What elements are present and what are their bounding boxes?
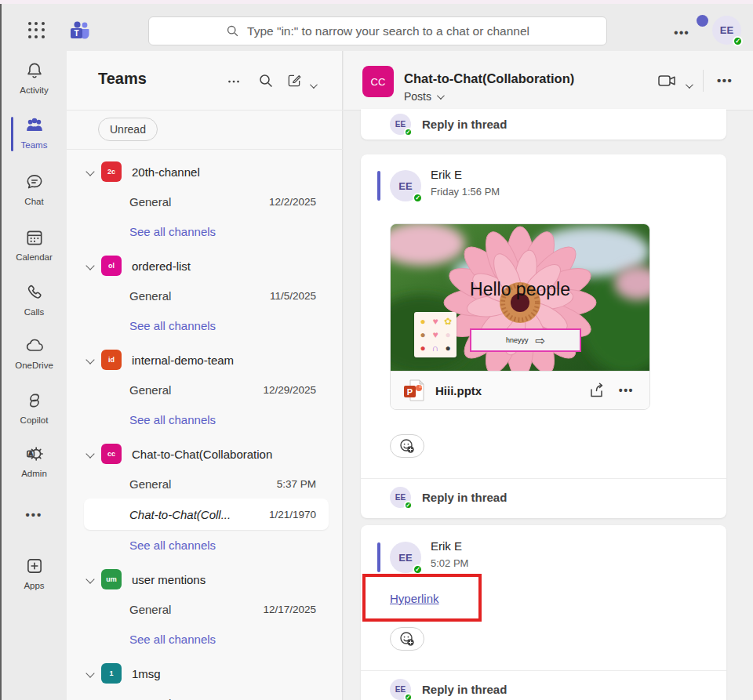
avatar-initials: EE: [398, 552, 412, 564]
see-all-channels-link[interactable]: See all channels: [67, 624, 343, 654]
more-dots-icon: •••: [26, 508, 43, 521]
message-timestamp: 5:02 PM: [431, 557, 468, 569]
channel-row[interactable]: General 12/17/2025: [67, 594, 343, 624]
reply-label: Reply in thread: [422, 491, 507, 504]
team-group: ol ordered-list General 11/5/2025 See al…: [67, 251, 343, 340]
meet-video-icon[interactable]: [657, 72, 678, 89]
avatar-initials: EE: [395, 685, 406, 694]
team-group: 1 1msg General 12/3/2025: [67, 658, 343, 700]
rail-label: Chat: [2, 197, 67, 206]
team-group: um user mentions General 12/17/2025 See …: [67, 564, 343, 654]
compose-chevron-icon[interactable]: [310, 78, 327, 95]
channel-row[interactable]: General 12/2/2025: [67, 187, 343, 216]
search-placeholder: Type "in:" to narrow your search to a ch…: [247, 24, 529, 38]
team-avatar: 2c: [101, 161, 122, 182]
panel-more-icon[interactable]: [225, 73, 242, 90]
team-name: internal-demo-team: [132, 354, 234, 367]
avatar-initials: EE: [395, 120, 406, 129]
message-author-avatar[interactable]: EE ✓: [390, 170, 421, 201]
reply-label: Reply in thread: [422, 118, 507, 131]
phone-icon: [24, 282, 45, 303]
rail-item-admin[interactable]: A Admin: [2, 444, 67, 478]
pptx-slide-preview[interactable]: Hello people ● ♥ ✿ ● ♥ ● ● ∩ ● hneyyy: [391, 224, 649, 371]
reply-in-thread-button[interactable]: EE ✓ Reply in thread: [361, 487, 726, 508]
rail-item-chat[interactable]: Chat: [2, 172, 67, 206]
see-all-channels-link[interactable]: See all channels: [67, 216, 343, 246]
team-avatar: id: [101, 350, 122, 370]
meet-chevron-icon[interactable]: [686, 78, 691, 92]
rail-item-onedrive[interactable]: OneDrive: [2, 335, 67, 370]
teams-app-window: T Type "in:" to narrow your search to a …: [0, 0, 753, 700]
channel-row[interactable]: General 11/5/2025: [67, 281, 343, 310]
attachment-preview-card: Hello people ● ♥ ✿ ● ♥ ● ● ∩ ● hneyyy: [390, 223, 650, 410]
add-reaction-button[interactable]: [390, 434, 424, 458]
presence-available-icon: ✓: [733, 36, 743, 46]
reply-label: Reply in thread: [422, 683, 507, 696]
team-row[interactable]: um user mentions: [67, 564, 343, 594]
reply-avatar: EE ✓: [390, 679, 411, 700]
channel-row-selected[interactable]: Chat-to-Chat(Coll... 1/21/1970: [84, 499, 329, 530]
message-author: Erik E: [431, 168, 462, 181]
team-row[interactable]: 2c 20th-channel: [67, 157, 343, 187]
channel-row[interactable]: General 12/3/2025: [67, 688, 343, 700]
rail-item-teams[interactable]: Teams: [2, 115, 67, 150]
team-row[interactable]: cc Chat-to-Chat(Collaboration: [67, 439, 343, 469]
rail-item-calendar[interactable]: Calendar: [2, 227, 67, 262]
channel-date: 12/3/2025: [269, 698, 316, 700]
rail-item-apps[interactable]: Apps: [2, 556, 67, 590]
see-all-channels-link[interactable]: See all channels: [67, 530, 343, 560]
svg-text:P: P: [407, 387, 413, 397]
new-post-compose-icon[interactable]: [286, 73, 304, 90]
team-row[interactable]: id internal-demo-team: [67, 345, 343, 375]
see-all-channels-link[interactable]: See all channels: [67, 310, 343, 340]
rail-item-copilot[interactable]: Copilot: [2, 390, 67, 425]
team-row[interactable]: 1 1msg: [67, 658, 343, 688]
app-launcher-waffle-icon[interactable]: [28, 22, 45, 39]
reply-in-thread-button[interactable]: EE ✓ Reply in thread: [361, 679, 726, 700]
team-name: Chat-to-Chat(Collaboration: [132, 448, 272, 461]
channel-name: General: [129, 697, 269, 700]
channel-row[interactable]: General 12/29/2025: [67, 375, 343, 404]
channel-conversation-pane: CC Chat-to-Chat(Collaboration) Posts •••: [344, 51, 753, 700]
global-search-input[interactable]: Type "in:" to narrow your search to a ch…: [148, 16, 607, 45]
rail-item-activity[interactable]: Activity: [2, 60, 67, 95]
header-more-icon[interactable]: •••: [717, 74, 733, 87]
channel-title: Chat-to-Chat(Collaboration): [404, 71, 574, 86]
file-attachment-row[interactable]: P Hiii.pptx •••: [391, 371, 649, 409]
reply-in-thread-button[interactable]: EE ✓ Reply in thread: [361, 114, 726, 135]
profile-avatar[interactable]: EE ✓: [712, 16, 741, 45]
rail-more-button[interactable]: •••: [2, 508, 67, 521]
rail-label: Apps: [2, 581, 67, 590]
team-row[interactable]: ol ordered-list: [67, 251, 343, 281]
team-avatar: 1: [101, 663, 122, 684]
topbar-more-menu[interactable]: •••: [670, 26, 693, 38]
channel-date: 12/17/2025: [263, 604, 316, 615]
sticker-sheet-image: ● ♥ ✿ ● ♥ ● ● ∩ ●: [414, 312, 457, 357]
unread-filter-button[interactable]: Unread: [98, 118, 158, 141]
share-icon[interactable]: [587, 381, 606, 400]
avatar-initials: EE: [398, 180, 412, 192]
panel-title: Teams: [98, 70, 147, 88]
rail-item-calls[interactable]: Calls: [2, 282, 67, 317]
message-author: Erik E: [431, 539, 462, 553]
see-all-channels-link[interactable]: See all channels: [67, 404, 343, 434]
attachment-more-icon[interactable]: •••: [619, 384, 634, 397]
add-reaction-button[interactable]: [390, 627, 424, 651]
top-bar: T Type "in:" to narrow your search to a …: [2, 4, 753, 51]
slide-action-button[interactable]: hneyyy ⇨: [470, 328, 581, 352]
team-group: id internal-demo-team General 12/29/2025…: [67, 345, 343, 434]
panel-search-icon[interactable]: [258, 73, 275, 90]
message-author-avatar[interactable]: EE ✓: [390, 542, 421, 573]
channel-date: 11/5/2025: [270, 290, 316, 302]
tab-posts[interactable]: Posts: [404, 90, 442, 103]
rail-active-indicator: [11, 117, 13, 151]
chevron-down-icon: [85, 669, 94, 677]
teams-logo-icon: T: [69, 20, 91, 42]
channel-row[interactable]: General 5:37 PM: [67, 469, 343, 499]
powerpoint-file-icon: P: [402, 378, 427, 403]
attachment-filename: Hiii.pptx: [435, 384, 587, 397]
presence-available-icon: ✓: [404, 693, 413, 700]
unread-accent-bar: [377, 542, 380, 572]
divider: [703, 70, 704, 92]
message-timestamp: Friday 1:56 PM: [431, 186, 500, 198]
